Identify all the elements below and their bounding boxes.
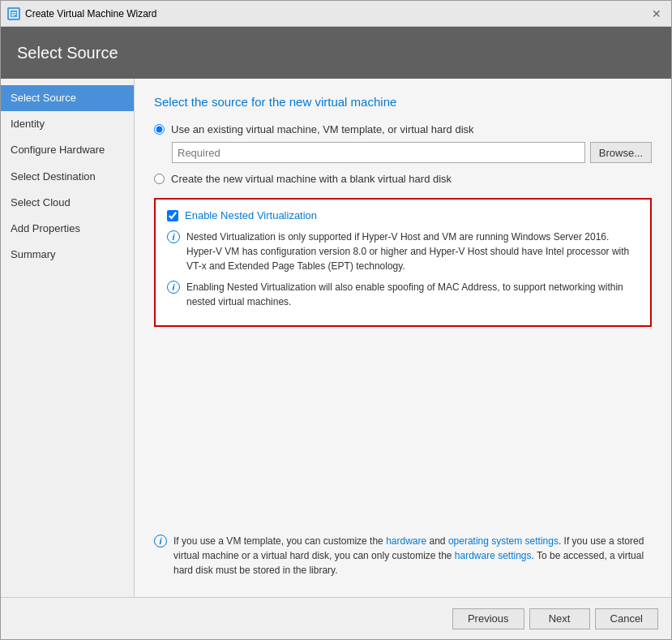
page-title: Select Source (17, 44, 118, 62)
close-button[interactable]: ✕ (648, 6, 665, 22)
sidebar-item-select-cloud[interactable]: Select Cloud (1, 190, 134, 216)
browse-button[interactable]: Browse... (590, 142, 652, 163)
nested-virt-info1: Nested Virtualization is only supported … (186, 230, 639, 273)
sidebar-item-select-source[interactable]: Select Source (1, 85, 134, 111)
radio-blank[interactable] (154, 174, 165, 184)
page-header: Select Source (1, 27, 671, 79)
radio-existing[interactable] (154, 124, 165, 135)
link-os: operating system settings (448, 535, 559, 547)
title-bar: Create Virtual Machine Wizard ✕ (1, 1, 671, 27)
bottom-info-text: If you use a VM template, you can custom… (173, 534, 652, 578)
nested-virt-info1-block: i Nested Virtualization is only supporte… (167, 230, 639, 273)
bottom-info-block: i If you use a VM template, you can cust… (154, 524, 652, 581)
bottom-info-icon: i (154, 535, 167, 548)
radio-option1-row: Use an existing virtual machine, VM temp… (154, 123, 652, 135)
next-button[interactable]: Next (529, 608, 590, 629)
nested-virt-info2-block: i Enabling Nested Virtualization will al… (167, 280, 639, 309)
nested-virt-label[interactable]: Enable Nested Virtualization (185, 209, 317, 221)
source-field-row: Browse... (172, 142, 652, 163)
radio-option2-label[interactable]: Create the new virtual machine with a bl… (171, 173, 452, 185)
svg-rect-1 (11, 12, 16, 13)
info2-icon: i (167, 281, 180, 294)
wizard-window: Create Virtual Machine Wizard ✕ Select S… (0, 0, 672, 640)
sidebar-item-select-destination[interactable]: Select Destination (1, 164, 134, 190)
sidebar-item-add-properties[interactable]: Add Properties (1, 216, 134, 242)
link-hardware: hardware (386, 535, 426, 547)
radio-option2-row: Create the new virtual machine with a bl… (154, 173, 652, 185)
nested-virt-checkbox-row: Enable Nested Virtualization (167, 209, 639, 221)
nested-virt-checkbox[interactable] (167, 210, 178, 221)
svg-rect-3 (11, 15, 15, 16)
sidebar-item-identity[interactable]: Identity (1, 111, 134, 137)
window-title: Create Virtual Machine Wizard (25, 8, 648, 19)
nested-virt-info2: Enabling Nested Virtualization will also… (186, 280, 639, 309)
content-area: Select Source Identity Configure Hardwar… (1, 79, 671, 597)
main-content: Select the source for the new virtual ma… (135, 79, 671, 597)
previous-button[interactable]: Previous (452, 608, 524, 629)
svg-rect-2 (11, 14, 16, 15)
footer: Previous Next Cancel (1, 597, 671, 639)
sidebar: Select Source Identity Configure Hardwar… (1, 79, 135, 597)
radio-option1-label[interactable]: Use an existing virtual machine, VM temp… (171, 123, 474, 135)
sidebar-item-configure-hardware[interactable]: Configure Hardware (1, 137, 134, 163)
source-input[interactable] (172, 142, 585, 163)
nested-virt-box: Enable Nested Virtualization i Nested Vi… (154, 198, 652, 327)
info1-icon: i (167, 230, 180, 243)
link-hardware2: hardware settings (455, 550, 532, 561)
window-icon (7, 7, 20, 20)
cancel-button[interactable]: Cancel (595, 608, 658, 629)
section-heading: Select the source for the new virtual ma… (154, 95, 652, 109)
sidebar-item-summary[interactable]: Summary (1, 242, 134, 268)
